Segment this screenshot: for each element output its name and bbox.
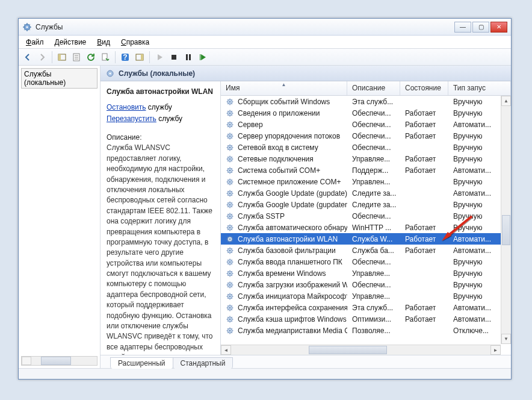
column-description[interactable]: Описание: [347, 81, 400, 95]
cell-description: Оптимизи...: [347, 315, 400, 323]
toolbar: ?: [19, 49, 511, 66]
service-row[interactable]: Служба медиаприставки Media C...Позволяе…: [221, 325, 511, 336]
cell-state: Работает: [400, 223, 448, 232]
detail-pane: Служба автонастройки WLAN Остановить слу…: [101, 81, 221, 355]
svg-line-216: [232, 320, 232, 321]
maximize-button[interactable]: ▢: [472, 22, 489, 33]
nav-back-button[interactable]: [21, 51, 34, 64]
menu-file[interactable]: Файл: [21, 37, 49, 48]
nav-forward-button[interactable]: [36, 51, 49, 64]
cell-name: Служба автоматического обнару...: [221, 223, 347, 232]
svg-point-20: [229, 101, 230, 102]
restart-service-link[interactable]: Перезапустить: [107, 114, 156, 123]
service-row[interactable]: Служба автоматического обнару...WinHTTP …: [221, 222, 511, 233]
service-row[interactable]: Служба Google Update (gupdate)Следите за…: [221, 187, 511, 199]
refresh-button[interactable]: [84, 51, 97, 64]
scroll-right-button[interactable]: ►: [490, 345, 501, 355]
service-row[interactable]: Сервер упорядочения потоковОбеспечи...Ра…: [221, 130, 511, 142]
stop-service-link[interactable]: Остановить: [107, 103, 146, 111]
window-title: Службы: [36, 23, 454, 31]
column-name[interactable]: Имя: [221, 81, 347, 95]
help-button[interactable]: ?: [119, 51, 132, 64]
service-row[interactable]: Система событий COM+Поддерж...РаботаетАв…: [221, 164, 511, 176]
service-row[interactable]: Служба ввода планшетного ПКОбеспечи...Вр…: [221, 256, 511, 267]
cell-name: Служба SSTP: [221, 212, 347, 220]
svg-line-98: [232, 179, 232, 180]
svg-line-68: [232, 145, 232, 145]
service-row[interactable]: Сетевые подключенияУправляе...РаботаетВр…: [221, 153, 511, 164]
scrollbar-track[interactable]: [501, 106, 511, 334]
service-row[interactable]: Служба SSTPОбеспечи...Вручную: [221, 210, 511, 222]
menu-help[interactable]: Справка: [116, 37, 154, 48]
svg-line-176: [232, 275, 232, 275]
svg-line-118: [232, 202, 232, 202]
svg-point-110: [229, 204, 230, 205]
close-button[interactable]: ✕: [490, 22, 507, 33]
scroll-left-button[interactable]: [22, 357, 31, 365]
cell-state: Работает: [400, 166, 448, 175]
service-row[interactable]: Сведения о приложенииОбеспечи...Работает…: [221, 107, 511, 119]
cell-description: Обеспечи...: [347, 109, 400, 117]
svg-line-146: [232, 240, 232, 241]
svg-line-225: [227, 328, 228, 328]
scrollbar-thumb[interactable]: [309, 346, 387, 354]
scroll-down-button[interactable]: ▼: [501, 334, 511, 344]
svg-line-218: [232, 316, 232, 317]
service-row[interactable]: Служба интерфейса сохранения с...Эта слу…: [221, 302, 511, 313]
show-hide-tree-button[interactable]: [55, 51, 69, 64]
svg-line-87: [227, 172, 228, 172]
svg-point-170: [229, 272, 230, 273]
service-row[interactable]: СерверОбеспечи...РаботаетАвтомати...: [221, 119, 511, 130]
menu-view[interactable]: Вид: [92, 37, 115, 48]
cell-name: Служба интерфейса сохранения с...: [221, 304, 347, 312]
cell-description: Следите за...: [347, 189, 400, 198]
svg-line-56: [232, 137, 232, 138]
start-service-button[interactable]: [153, 51, 166, 64]
column-startup[interactable]: Тип запус: [448, 81, 511, 95]
service-row[interactable]: Служба времени WindowsУправляе...Вручную: [221, 267, 511, 279]
menu-action[interactable]: Действие: [50, 37, 91, 48]
cell-description: Управляе...: [347, 269, 400, 278]
restart-service-button[interactable]: [196, 51, 209, 64]
cell-name: Сетевой вход в систему: [221, 143, 347, 152]
horizontal-scrollbar[interactable]: ◄ ►: [221, 345, 501, 355]
svg-point-130: [229, 227, 230, 228]
service-row[interactable]: Служба базовой фильтрацииСлужба ба...Раб…: [221, 245, 511, 256]
content-area: Службы (локальные) Службы (локальные) Сл…: [19, 66, 511, 368]
properties-button[interactable]: [70, 51, 83, 64]
titlebar[interactable]: Службы — ▢ ✕: [19, 19, 511, 36]
service-row[interactable]: Служба загрузки изображений Wi...Обеспеч…: [221, 279, 511, 290]
svg-line-58: [232, 133, 232, 134]
scrollbar-track[interactable]: [231, 345, 490, 355]
service-row[interactable]: Сборщик событий WindowsЭта служб...Вручн…: [221, 96, 511, 107]
tree-horizontal-scrollbar[interactable]: [21, 356, 97, 366]
service-row[interactable]: Служба Google Update (gupdatem)Следите з…: [221, 199, 511, 210]
tab-standard[interactable]: Стандартный: [173, 357, 234, 369]
scrollbar-thumb[interactable]: [502, 215, 510, 245]
svg-point-200: [229, 307, 230, 308]
scroll-up-button[interactable]: ▲: [501, 96, 511, 106]
export-list-button[interactable]: [99, 51, 112, 64]
cell-name: Служба базовой фильтрации: [221, 246, 347, 255]
show-hide-action-button[interactable]: [133, 51, 146, 64]
cell-name: Сервер упорядочения потоков: [221, 132, 347, 140]
svg-line-28: [232, 99, 232, 99]
svg-line-57: [227, 137, 228, 138]
service-row[interactable]: Служба кэша шрифтов WindowsОптимизи...Ра…: [221, 313, 511, 325]
column-state[interactable]: Состояние: [400, 81, 448, 95]
service-row[interactable]: Системное приложение COM+Управлен...Вруч…: [221, 176, 511, 187]
tree-root-item[interactable]: Службы (локальные): [21, 68, 97, 89]
vertical-scrollbar[interactable]: ▲ ▼: [501, 96, 511, 344]
pause-service-button[interactable]: [182, 51, 195, 64]
service-row[interactable]: Сетевой вход в системуОбеспечи...Вручную: [221, 142, 511, 153]
stop-service-button[interactable]: [167, 51, 181, 64]
svg-line-106: [232, 195, 232, 195]
tab-extended[interactable]: Расширенный: [110, 357, 173, 369]
scroll-left-button[interactable]: ◄: [221, 345, 231, 355]
scrollbar-thumb[interactable]: [41, 357, 71, 365]
service-row[interactable]: Служба автонастройки WLANСлужба W...Рабо…: [221, 233, 511, 245]
svg-rect-16: [200, 54, 200, 60]
main-pane-title: Службы (локальные): [119, 69, 195, 78]
minimize-button[interactable]: —: [454, 22, 471, 33]
service-row[interactable]: Служба инициатора Майкрософт...Управляе.…: [221, 290, 511, 302]
